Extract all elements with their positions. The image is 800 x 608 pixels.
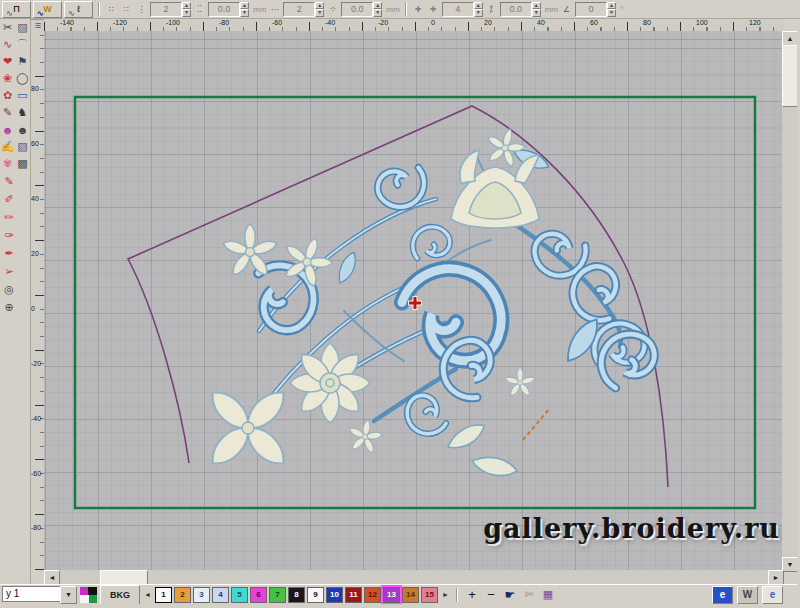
layer-dropdown[interactable]: y 1 ▼ [2, 586, 77, 604]
loop-tool-icon[interactable]: ◎ [1, 280, 17, 298]
spacing-value[interactable]: 0.0 [208, 2, 240, 17]
bird-icon[interactable]: ♞ [15, 104, 30, 121]
star-flower[interactable] [504, 368, 535, 398]
peony-flower[interactable] [451, 150, 539, 228]
color-swatch-5[interactable]: 5 [231, 587, 248, 603]
color-swatch-14[interactable]: 14 [402, 587, 419, 603]
count-field[interactable]: 4 ▲▼ [442, 2, 483, 17]
pan-hand-icon[interactable]: ☛ [502, 587, 518, 603]
width-field[interactable]: 0.0 ▲▼ [500, 2, 541, 17]
arc-icon[interactable]: ⌒ [15, 36, 30, 53]
star-flower[interactable] [345, 417, 385, 456]
pen-edit-icon[interactable]: ✎ [1, 172, 17, 190]
fill-stitch-button[interactable]: W∿ [33, 1, 62, 18]
pen-ink-icon[interactable]: ✒ [1, 244, 17, 262]
move-icon-1[interactable]: ✛ [412, 2, 425, 17]
flower-alt-icon[interactable]: ✿ [0, 87, 15, 104]
length-value[interactable]: 2 [283, 2, 315, 17]
pen-add-icon[interactable]: ✐ [1, 190, 17, 208]
curve-icon[interactable]: ∿ [0, 36, 15, 53]
color-swatch-10[interactable]: 10 [326, 587, 343, 603]
design-canvas[interactable]: gallery.broidery.ru [44, 31, 782, 570]
color-swatch-6[interactable]: 6 [250, 587, 267, 603]
scroll-up-button[interactable]: ▲ [782, 31, 798, 46]
spacing-field[interactable]: 0.0 ▲▼ [208, 2, 249, 17]
hatch-icon[interactable]: ▨ [15, 19, 30, 36]
app-button-1[interactable]: e [712, 586, 733, 604]
width-unit: mm [545, 5, 558, 14]
rosette-flower[interactable] [290, 343, 370, 423]
color-swatch-4[interactable]: 4 [212, 587, 229, 603]
width-spinner[interactable]: ▲▼ [532, 2, 541, 17]
density-spinner[interactable]: ▲▼ [182, 2, 191, 17]
flag-icon[interactable]: ⚑ [15, 53, 30, 70]
horizontal-scrollbar[interactable]: ◄ ► [44, 570, 782, 584]
color-swatch-3[interactable]: 3 [193, 587, 210, 603]
scissors-icon[interactable]: ✂ [0, 19, 15, 36]
density-field[interactable]: 2 ▲▼ [150, 2, 191, 17]
color-swatch-8[interactable]: 8 [288, 587, 305, 603]
person-icon[interactable]: ☻ [0, 121, 15, 138]
hand-draw-icon[interactable]: ✍ [0, 138, 15, 155]
angle-spinner[interactable]: ▲▼ [607, 2, 616, 17]
angle-field[interactable]: 0 ▲▼ [575, 2, 616, 17]
angle-value[interactable]: 0 [575, 2, 607, 17]
dots-icon-3[interactable]: ⋮ [135, 2, 148, 17]
photo-icon[interactable]: ▧ [15, 138, 30, 155]
pattern-preview-button[interactable] [80, 587, 97, 603]
scroll-down-button[interactable]: ▼ [782, 557, 798, 572]
density-value[interactable]: 2 [150, 2, 182, 17]
lips-icon[interactable]: ❤ [0, 53, 15, 70]
flower-icon[interactable]: ❀ [0, 70, 15, 87]
color-swatch-11[interactable]: 11 [345, 587, 362, 603]
hscroll-thumb[interactable] [100, 570, 148, 585]
ruler-label: 0 [31, 305, 35, 312]
color-swatch-2[interactable]: 2 [174, 587, 191, 603]
length-spinner[interactable]: ▲▼ [315, 2, 324, 17]
count-spinner[interactable]: ▲▼ [474, 2, 483, 17]
pen-point-icon[interactable]: ✏ [1, 208, 17, 226]
pen-arrow-icon[interactable]: ➢ [1, 262, 17, 280]
zoom-out-button[interactable]: − [483, 587, 499, 603]
move-icon-2[interactable]: ✛ [427, 2, 440, 17]
people-icon[interactable]: ☻ [15, 121, 30, 138]
pen-nib-icon[interactable]: ✑ [1, 226, 17, 244]
color-swatch-12[interactable]: 12 [364, 587, 381, 603]
rectangle-icon[interactable]: ▭ [15, 87, 30, 104]
clover-flower[interactable] [205, 385, 292, 472]
zoom-in-button[interactable]: + [464, 587, 480, 603]
vscroll-thumb[interactable] [782, 45, 798, 107]
color-swatch-9[interactable]: 9 [307, 587, 324, 603]
mini-palette-icon[interactable]: ▦ [540, 587, 556, 603]
palette-prev-arrow[interactable]: ◄ [143, 587, 152, 603]
layer-dropdown-value[interactable]: y 1 [2, 586, 60, 602]
spacing-spinner[interactable]: ▲▼ [240, 2, 249, 17]
scroll-right-button[interactable]: ► [768, 570, 784, 585]
offset-spinner[interactable]: ▲▼ [373, 2, 382, 17]
target-tool-icon[interactable]: ⊕ [1, 298, 17, 316]
checkerboard-icon[interactable]: ▩ [15, 155, 30, 172]
width-value[interactable]: 0.0 [500, 2, 532, 17]
count-value[interactable]: 4 [442, 2, 474, 17]
color-swatch-13[interactable]: 13 [383, 587, 400, 603]
offset-field[interactable]: 0.0 ▲▼ [341, 2, 382, 17]
color-swatch-7[interactable]: 7 [269, 587, 286, 603]
run-stitch-button[interactable]: ℓ∿ [64, 1, 93, 18]
offset-value[interactable]: 0.0 [341, 2, 373, 17]
app-button-2[interactable]: W [737, 586, 758, 604]
ellipse-icon[interactable]: ◯ [15, 70, 30, 87]
length-field[interactable]: 2 ▲▼ [283, 2, 324, 17]
layer-dropdown-arrow[interactable]: ▼ [60, 586, 77, 604]
scroll-left-button[interactable]: ◄ [44, 570, 60, 585]
pencil-icon[interactable]: ✎ [0, 104, 15, 121]
dots-icon-2[interactable]: ∷ [120, 2, 133, 17]
petal-icon[interactable]: ✾ [0, 155, 15, 172]
satin-stitch-button[interactable]: Π∿ [2, 1, 31, 18]
palette-next-arrow[interactable]: ► [441, 587, 450, 603]
vertical-scrollbar[interactable]: ▲ ▼ [782, 31, 797, 570]
background-button[interactable]: BKG [100, 585, 140, 605]
color-swatch-15[interactable]: 15 [421, 587, 438, 603]
color-swatch-1[interactable]: 1 [155, 587, 172, 603]
dots-icon-1[interactable]: ∷ [105, 2, 118, 17]
app-button-3[interactable]: e [762, 586, 783, 604]
